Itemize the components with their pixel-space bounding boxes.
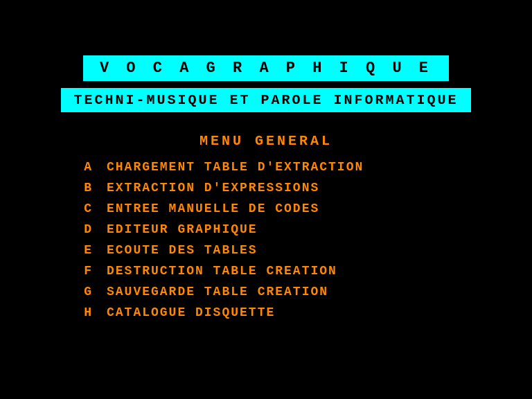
menu-item-key: A xyxy=(58,160,93,174)
menu-item[interactable]: ACHARGEMENT TABLE D'EXTRACTION xyxy=(58,160,474,174)
menu-item[interactable]: CENTREE MANUELLE DE CODES xyxy=(58,202,474,215)
menu-title: MENU GENERAL xyxy=(200,133,332,149)
menu-item[interactable]: EECOUTE DES TABLES xyxy=(58,243,474,257)
menu-item[interactable]: DEDITEUR GRAPHIQUE xyxy=(58,222,474,236)
menu-item-label: SAUVEGARDE TABLE CREATION xyxy=(107,285,328,299)
menu-item[interactable]: GSAUVEGARDE TABLE CREATION xyxy=(58,285,474,299)
menu-item[interactable]: HCATALOGUE DISQUETTE xyxy=(58,305,474,319)
menu-item-key: C xyxy=(58,202,93,215)
menu-item-label: DESTRUCTION TABLE CREATION xyxy=(107,264,337,278)
subtitle-box: TECHNI-MUSIQUE ET PAROLE INFORMATIQUE xyxy=(61,88,470,112)
menu-items: ACHARGEMENT TABLE D'EXTRACTIONBEXTRACTIO… xyxy=(58,160,474,326)
menu-item-label: CHARGEMENT TABLE D'EXTRACTION xyxy=(107,160,364,174)
menu-item-key: E xyxy=(58,243,93,257)
menu-item-key: F xyxy=(58,264,93,278)
menu-item-label: EDITEUR GRAPHIQUE xyxy=(107,222,258,236)
menu-item[interactable]: BEXTRACTION D'EXPRESSIONS xyxy=(58,181,474,195)
menu-item-label: EXTRACTION D'EXPRESSIONS xyxy=(107,181,319,195)
menu-item-label: ECOUTE DES TABLES xyxy=(107,243,258,257)
subtitle-text: TECHNI-MUSIQUE ET PAROLE INFORMATIQUE xyxy=(73,92,458,108)
title-box: V O C A G R A P H I Q U E xyxy=(83,55,449,81)
menu-item[interactable]: FDESTRUCTION TABLE CREATION xyxy=(58,264,474,278)
menu-item-label: CATALOGUE DISQUETTE xyxy=(107,305,275,319)
menu-item-key: B xyxy=(58,181,93,195)
menu-item-key: G xyxy=(58,285,93,299)
menu-item-label: ENTREE MANUELLE DE CODES xyxy=(107,202,319,215)
title-text: V O C A G R A P H I Q U E xyxy=(100,60,432,77)
menu-item-key: D xyxy=(58,222,93,236)
menu-item-key: H xyxy=(58,305,93,319)
